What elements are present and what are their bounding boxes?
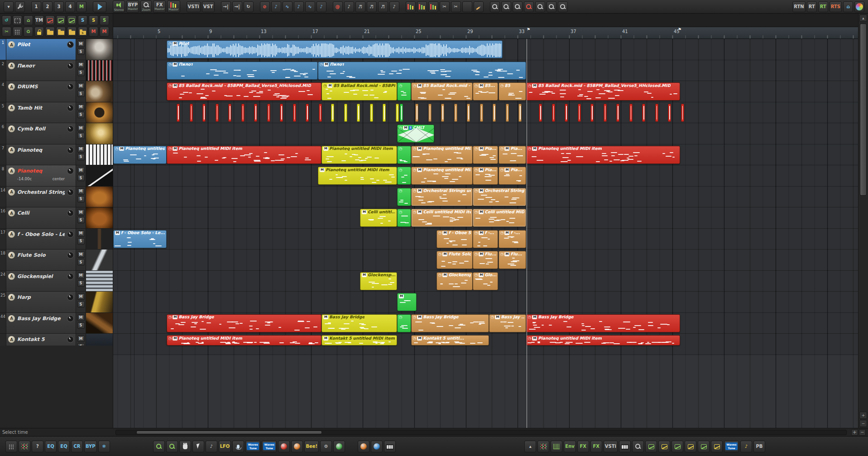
- track-name[interactable]: DRUMS: [17, 83, 65, 90]
- media-item[interactable]: ◷Mf -...: [473, 230, 498, 248]
- media-item-hit[interactable]: [306, 104, 309, 122]
- note-tool-icon[interactable]: ♪: [740, 441, 752, 452]
- meter-rgb-icon[interactable]: [406, 1, 416, 12]
- record-arm-button[interactable]: A: [8, 168, 15, 174]
- horizontal-zoom-in-button[interactable]: +: [851, 429, 858, 436]
- solo-button[interactable]: S: [77, 70, 85, 76]
- media-item-hit[interactable]: [629, 104, 633, 122]
- solo-button[interactable]: S: [77, 217, 85, 223]
- browser-icon[interactable]: [371, 441, 383, 452]
- hand-scroll-icon[interactable]: [179, 441, 191, 452]
- record-arm-button[interactable]: A: [8, 294, 15, 301]
- waves-tune-button-3[interactable]: Waves Tune: [724, 441, 739, 452]
- media-item[interactable]: ◷MПилот: [167, 62, 318, 80]
- media-item[interactable]: ◷M85 Ballad Rock.mid - 85BPM_B...: [321, 82, 397, 101]
- media-item-hit[interactable]: [578, 104, 581, 122]
- track-row-5[interactable]: 6ACymb RollMS: [0, 123, 113, 144]
- tm-button[interactable]: TM: [34, 15, 44, 25]
- track-name[interactable]: Pianoteq: [17, 147, 65, 154]
- mute-button[interactable]: M: [77, 146, 85, 153]
- media-item[interactable]: ◷Mf - Oboe S...: [436, 230, 473, 248]
- arrange-view[interactable]: ◷MPilot◷MПилот◷MПилот◷M85 Ballad Rock.mi…: [113, 39, 858, 428]
- bypass-fx-button[interactable]: BYP: [84, 441, 97, 452]
- mute-all-button-2[interactable]: M: [100, 27, 109, 37]
- track-row-1[interactable]: 1APilotMS: [0, 39, 113, 60]
- at-articulation-icon[interactable]: @: [333, 1, 343, 12]
- media-item[interactable]: ◷: [397, 209, 411, 227]
- track-panel-empty-area[interactable]: [0, 346, 113, 428]
- track-name[interactable]: Flute Solo: [17, 252, 65, 259]
- waves-tune-button[interactable]: Waves Tune: [245, 441, 260, 452]
- beamed-note-icon[interactable]: ♬: [355, 1, 365, 12]
- pan-knob[interactable]: [67, 336, 74, 343]
- solo-button[interactable]: S: [77, 48, 85, 55]
- media-item-hit[interactable]: [642, 104, 645, 122]
- screenset-m-button[interactable]: M: [77, 1, 86, 12]
- home-icon[interactable]: ⌂: [843, 1, 853, 12]
- dock-up-button[interactable]: ▴: [524, 441, 536, 452]
- timeline-ruler[interactable]: 59131721252933374145⚑⚑: [113, 27, 858, 39]
- media-item[interactable]: ◷MBass Jay ...: [489, 314, 526, 332]
- media-item-hit[interactable]: [400, 104, 403, 122]
- media-item[interactable]: ◷MPia...: [499, 167, 526, 185]
- zoom-out-project-icon[interactable]: [490, 1, 500, 12]
- glue-pill-icon[interactable]: [462, 1, 472, 12]
- mute-button[interactable]: M: [77, 230, 85, 237]
- media-item-hit[interactable]: [241, 104, 245, 122]
- zoom-in-icon[interactable]: [501, 1, 511, 12]
- automation-icon-4[interactable]: [685, 441, 696, 452]
- record-arm-button[interactable]: A: [8, 189, 15, 196]
- media-item[interactable]: ◷MGlockensp...: [436, 272, 473, 290]
- track-name[interactable]: Harp: [17, 294, 65, 301]
- eq-button[interactable]: EQ: [45, 441, 57, 452]
- ramp-input-icon[interactable]: ∿: [283, 1, 293, 12]
- media-item-hit[interactable]: [177, 104, 180, 122]
- track-name[interactable]: Kontakt 5: [17, 336, 65, 343]
- media-item-hit[interactable]: [216, 104, 219, 122]
- track-volume-readout[interactable]: -14.00c: [17, 177, 32, 181]
- trim-scissors-icon[interactable]: ✂: [451, 1, 461, 12]
- media-item[interactable]: ◷MCelli untitled MID...: [473, 209, 526, 227]
- ruler-marker-flag[interactable]: ⚑: [678, 28, 681, 32]
- solo-button[interactable]: S: [77, 259, 85, 265]
- note-input-icon[interactable]: ♪: [271, 1, 281, 12]
- track-row-14[interactable]: 44ABass Jay BridgeMS: [0, 313, 113, 334]
- note-input-icon-3[interactable]: ♪: [317, 1, 326, 12]
- media-item-hit[interactable]: [518, 104, 522, 122]
- pan-knob[interactable]: [67, 41, 74, 48]
- draw-pencil-icon[interactable]: [474, 1, 484, 12]
- lock-icon[interactable]: [34, 27, 44, 37]
- vsti-rack-button[interactable]: VSTi: [604, 441, 618, 452]
- repeat-icon[interactable]: ↻: [244, 1, 254, 12]
- media-item[interactable]: ◷M85 Ballad Rock.mid - 85...: [411, 82, 473, 101]
- vertical-scrollbar[interactable]: ▴ + −: [858, 14, 868, 428]
- crossfade-button[interactable]: CR: [71, 441, 83, 452]
- record-arm-button[interactable]: A: [8, 210, 15, 216]
- gear-note-icon[interactable]: ⚙: [320, 441, 332, 452]
- horizontal-scrollbar[interactable]: [115, 430, 847, 435]
- media-item-hit[interactable]: [668, 104, 671, 122]
- fx-button-2[interactable]: FX: [590, 441, 602, 452]
- media-item[interactable]: ◷MiCMLT: [397, 125, 434, 143]
- mixer-layers-icon[interactable]: [19, 441, 30, 452]
- media-item-hit[interactable]: [454, 104, 457, 122]
- mute-button[interactable]: M: [77, 62, 85, 68]
- media-item[interactable]: ◷MGlo...: [473, 272, 498, 290]
- solo-green-button[interactable]: S: [100, 15, 109, 25]
- mute-button[interactable]: M: [77, 315, 85, 321]
- record-arm-button[interactable]: A: [8, 105, 15, 111]
- media-item-hit[interactable]: [280, 104, 283, 122]
- media-item-hit[interactable]: [552, 104, 555, 122]
- record-arm-button[interactable]: A: [8, 147, 15, 154]
- zoom-tool-button[interactable]: Zoom: [140, 0, 152, 13]
- no-input-icon[interactable]: ⊘: [260, 1, 270, 12]
- meter-rg-icon[interactable]: [417, 1, 427, 12]
- zoom-selection-icon[interactable]: [153, 441, 165, 452]
- media-item[interactable]: ◷MPianoteq untitled MIDI item: [526, 146, 680, 164]
- screenset-4-button[interactable]: 4: [65, 1, 75, 12]
- media-item-hit[interactable]: [590, 104, 594, 122]
- track-row-9[interactable]: 16ACelliMS: [0, 207, 113, 229]
- record-arm-button[interactable]: A: [8, 125, 15, 132]
- pan-knob[interactable]: [67, 147, 74, 154]
- track-name[interactable]: Pilot: [17, 41, 65, 48]
